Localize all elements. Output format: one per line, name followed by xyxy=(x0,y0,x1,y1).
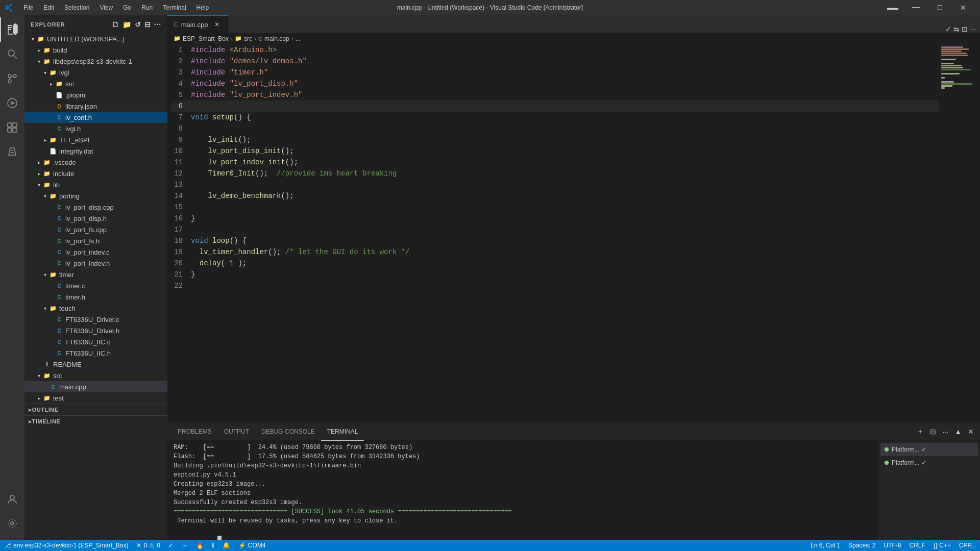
panel-tab-terminal[interactable]: TERMINAL xyxy=(321,423,364,441)
new-folder-icon[interactable]: 📁 xyxy=(122,20,132,29)
tree-lvgl[interactable]: ▾ 📁 lvgl xyxy=(24,67,167,78)
outline-header[interactable]: ▸ OUTLINE xyxy=(24,404,167,415)
activity-explorer[interactable] xyxy=(0,17,24,42)
more-terminal-icon[interactable]: ··· xyxy=(940,427,950,437)
tree-ft6336u-driver-c[interactable]: ▸ C FT6336U_Driver.c xyxy=(24,314,167,325)
breadcrumb-root[interactable]: ESP_Smart_Box xyxy=(183,35,229,42)
status-arrow[interactable]: → xyxy=(178,540,192,551)
activity-settings[interactable] xyxy=(0,511,24,536)
more-actions-icon[interactable]: ··· xyxy=(154,20,161,29)
breadcrumb-more[interactable]: ... xyxy=(296,35,301,42)
breadcrumb-src[interactable]: src xyxy=(244,35,252,42)
close-panel-icon[interactable]: ✕ xyxy=(966,427,976,437)
maximize-panel-icon[interactable]: ▲ xyxy=(952,427,964,437)
menu-edit[interactable]: Edit xyxy=(39,3,58,13)
activity-search[interactable] xyxy=(0,42,24,66)
refresh-icon[interactable]: ↺ xyxy=(135,20,141,29)
tree-timer-h[interactable]: ▸ C timer.h xyxy=(24,291,167,303)
status-check[interactable]: ✓ xyxy=(164,540,178,551)
status-com4[interactable]: ⚡ COM4 xyxy=(234,540,270,551)
menu-file[interactable]: File xyxy=(19,3,37,13)
menu-go[interactable]: Go xyxy=(119,3,135,13)
tree-porting[interactable]: ▾ 📁 porting xyxy=(24,190,167,202)
panel-tab-output[interactable]: OUTPUT xyxy=(218,423,255,441)
activity-run-debug[interactable] xyxy=(0,91,24,115)
split-terminal-icon[interactable]: ⊟ xyxy=(928,427,938,437)
tree-src-sub[interactable]: ▸ 📁 src xyxy=(24,78,167,89)
tree-test[interactable]: ▸ 📁 test xyxy=(24,392,167,404)
tree-lvgl-h[interactable]: ▸ C lvgl.h xyxy=(24,123,167,134)
layout-icon[interactable]: ▬▬ xyxy=(881,0,904,15)
tree-timer-c[interactable]: ▸ C timer.c xyxy=(24,280,167,291)
add-terminal-icon[interactable]: ＋ xyxy=(915,426,926,437)
timeline-header[interactable]: ▸ TIMELINE xyxy=(24,416,167,427)
status-git-branch[interactable]: ⎇ env:esp32-s3-devkitc-1 (ESP_Smart_Box) xyxy=(0,540,132,551)
tree-lib[interactable]: ▾ 📁 lib xyxy=(24,179,167,190)
tree-include[interactable]: ▸ 📁 include xyxy=(24,168,167,179)
split-editor-icon[interactable]: ⊡ xyxy=(962,25,968,33)
breadcrumb-filename[interactable]: main.cpp xyxy=(264,35,289,42)
activity-source-control[interactable] xyxy=(0,66,24,91)
panel-body: RAM: [== ] 24.4% (used 79860 bytes from … xyxy=(167,441,980,540)
tree-build[interactable]: ▸ 📁 build xyxy=(24,44,167,56)
code-content[interactable]: 1 #include <Arduino.h> 2 #include "demos… xyxy=(167,44,939,422)
terminal-content[interactable]: RAM: [== ] 24.4% (used 79860 bytes from … xyxy=(167,441,878,540)
status-spaces[interactable]: Spaces: 2 xyxy=(844,540,879,551)
new-file-icon[interactable]: 🗋 xyxy=(112,20,119,29)
tree-main-cpp[interactable]: ▸ C main.cpp xyxy=(24,381,167,392)
git-diff-icon[interactable]: ⇆ xyxy=(953,25,960,33)
menu-view[interactable]: View xyxy=(95,3,117,13)
tree-tft-espi[interactable]: ▸ 📁 TFT_eSPI xyxy=(24,134,167,145)
tree-vscode[interactable]: ▸ 📁 .vscode xyxy=(24,157,167,168)
collapse-all-icon[interactable]: ⊟ xyxy=(144,20,151,29)
menu-terminal[interactable]: Terminal xyxy=(159,3,190,13)
activity-account[interactable] xyxy=(0,487,24,511)
status-errors[interactable]: ✕ 0 ⚠ 0 xyxy=(132,540,164,551)
check-icon[interactable]: ✓ xyxy=(945,25,951,33)
tree-readme[interactable]: ▸ ℹ README xyxy=(24,359,167,370)
tree-lv-port-disp-h[interactable]: ▸ C lv_port_disp.h xyxy=(24,213,167,224)
menu-run[interactable]: Run xyxy=(137,3,157,13)
activity-extensions[interactable] xyxy=(0,115,24,140)
token-10-3: (); xyxy=(281,145,293,157)
tree-ft6336u-driver-h[interactable]: ▸ C FT6336U_Driver.h xyxy=(24,325,167,336)
tree-integrity[interactable]: ▸ 📄 integrity.dat xyxy=(24,145,167,157)
status-fire[interactable]: 🔥 xyxy=(192,540,208,551)
close-button[interactable]: ✕ xyxy=(951,0,975,15)
tree-lv-port-disp-cpp[interactable]: ▸ C lv_port_disp.cpp xyxy=(24,202,167,213)
status-ln-col[interactable]: Ln 6, Col 1 xyxy=(806,540,844,551)
panel-right-item-2[interactable]: Platform... ✓ xyxy=(880,456,978,469)
tree-lv-port-fs-cpp[interactable]: ▸ C lv_port_fs.cpp xyxy=(24,224,167,235)
tree-workspace-root[interactable]: ▾ 📁 UNTITLED (WORKSPA...) xyxy=(24,33,167,44)
panel-tab-debug-console[interactable]: DEBUG CONSOLE xyxy=(255,423,321,441)
status-language[interactable]: {} C++ xyxy=(929,540,955,551)
tree-piopm[interactable]: ▸ 📄 .piopm xyxy=(24,89,167,101)
activity-test[interactable] xyxy=(0,140,24,164)
tree-library-json[interactable]: ▸ {} library.json xyxy=(24,101,167,112)
tab-close-button[interactable]: ✕ xyxy=(213,20,221,29)
tree-lv-port-fs-h[interactable]: ▸ C lv_port_fs.h xyxy=(24,235,167,246)
tree-ft6336u-iic-c[interactable]: ▸ C FT6336U_IIC.c xyxy=(24,336,167,347)
status-platform[interactable]: CPP... xyxy=(955,540,980,551)
tab-main-cpp[interactable]: C main.cpp ✕ xyxy=(167,15,229,33)
status-encoding[interactable]: UTF-8 xyxy=(879,540,905,551)
menu-help[interactable]: Help xyxy=(192,3,213,13)
tree-lv-port-indev-c[interactable]: ▸ C lv_port_indev.c xyxy=(24,246,167,258)
tree-ft6336u-iic-h[interactable]: ▸ C FT6336U_IIC.h xyxy=(24,347,167,359)
status-info[interactable]: ℹ xyxy=(208,540,218,551)
tree-lv-port-indev-h[interactable]: ▸ C lv_port_indev.h xyxy=(24,258,167,269)
minimize-button[interactable]: — xyxy=(904,0,928,15)
more-actions-icon[interactable]: ··· xyxy=(970,25,976,33)
maximize-button[interactable]: ❐ xyxy=(928,0,951,15)
tree-touch[interactable]: ▾ 📁 touch xyxy=(24,303,167,314)
status-eol[interactable]: CRLF xyxy=(905,540,929,551)
tree-src[interactable]: ▾ 📁 src xyxy=(24,370,167,381)
panel-right-item-1[interactable]: Platform... ✓ xyxy=(880,443,978,456)
code-editor[interactable]: 1 #include <Arduino.h> 2 #include "demos… xyxy=(167,44,980,422)
tree-libdeps[interactable]: ▾ 📁 libdeps\esp32-s3-devkitc-1 xyxy=(24,56,167,67)
status-bell[interactable]: 🔔 xyxy=(218,540,234,551)
menu-selection[interactable]: Selection xyxy=(60,3,93,13)
panel-tab-problems[interactable]: PROBLEMS xyxy=(172,423,218,441)
tree-timer-folder[interactable]: ▾ 📁 timer xyxy=(24,269,167,280)
tree-lv-conf-h[interactable]: ▸ C lv_conf.h xyxy=(24,112,167,123)
